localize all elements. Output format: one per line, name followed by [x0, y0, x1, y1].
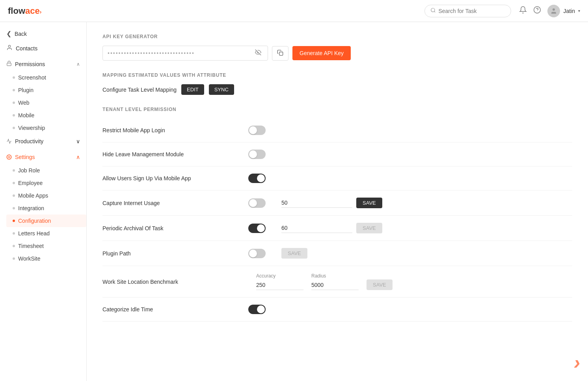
- sidebar-back-button[interactable]: ❮ Back: [0, 26, 86, 41]
- header: flowace› Jatin ▾: [0, 0, 588, 22]
- search-input[interactable]: [438, 8, 501, 14]
- sidebar-item-label: Letters Head: [18, 230, 50, 237]
- sidebar-item-jobrole[interactable]: Job Role: [6, 164, 86, 177]
- user-chevron-icon: ▾: [578, 9, 580, 13]
- categorize-idle-toggle[interactable]: [248, 305, 266, 314]
- sidebar-item-viewership[interactable]: Viewership: [6, 122, 86, 134]
- main-content: API KEY GENERATOR Generate API Key MAPPI…: [87, 22, 588, 381]
- dot-icon: [13, 245, 15, 247]
- sidebar-item-employee[interactable]: Employee: [6, 177, 86, 189]
- allow-signup-toggle[interactable]: [248, 174, 266, 183]
- svg-point-5: [8, 45, 10, 47]
- lock-icon: [6, 61, 12, 67]
- layout: ❮ Back Contacts Permissions ∧: [0, 22, 588, 381]
- settings-sub-items: Job Role Employee Mobile Apps Integratio…: [0, 164, 86, 265]
- svg-point-4: [553, 8, 555, 11]
- svg-point-0: [431, 8, 435, 11]
- sidebar-item-label: Timesheet: [18, 243, 44, 249]
- capture-internet-toggle[interactable]: [248, 198, 266, 208]
- dot-icon: [13, 220, 15, 222]
- permission-row-capture-internet: Capture Internet Usage SAVE: [102, 190, 572, 216]
- plugin-path-label: Plugin Path: [102, 250, 240, 257]
- sidebar-item-label: Plugin: [18, 87, 33, 93]
- dot-icon: [13, 89, 15, 91]
- sidebar-item-label: Integration: [18, 205, 44, 211]
- sidebar-item-mobile[interactable]: Mobile: [6, 109, 86, 122]
- dot-icon: [13, 207, 15, 209]
- accuracy-input[interactable]: [256, 280, 303, 290]
- sidebar-contacts-item[interactable]: Contacts: [0, 41, 86, 55]
- sidebar-item-plugin[interactable]: Plugin: [6, 84, 86, 96]
- logo-accent: ace: [25, 6, 40, 16]
- notification-icon[interactable]: [519, 6, 527, 16]
- api-key-input-wrapper: [102, 46, 268, 61]
- sidebar-productivity-section[interactable]: Productivity ∨: [0, 134, 86, 148]
- accuracy-input-group: Accuracy: [256, 273, 303, 290]
- mapping-title: MAPPING ESTIMATED VALUES WITH ATTRIBUTE: [102, 72, 572, 78]
- restrict-mobile-toggle[interactable]: [248, 126, 266, 135]
- back-icon: ❮: [6, 30, 11, 37]
- mapping-row: Configure Task Level Mapping EDIT SYNC: [102, 84, 572, 95]
- productivity-label: Productivity: [15, 138, 43, 144]
- sidebar-item-label: Screenshot: [18, 74, 46, 81]
- permissions-sub-items: Screenshot Plugin Web Mobile Viewership: [0, 71, 86, 134]
- sidebar-item-mobileapps[interactable]: Mobile Apps: [6, 189, 86, 202]
- sidebar-item-configuration[interactable]: Configuration: [6, 215, 86, 227]
- sidebar-item-web[interactable]: Web: [6, 96, 86, 109]
- mapping-section: MAPPING ESTIMATED VALUES WITH ATTRIBUTE …: [102, 72, 572, 95]
- api-key-section: API KEY GENERATOR Generate API Key: [102, 34, 572, 61]
- hide-leave-toggle[interactable]: [248, 150, 266, 159]
- settings-chevron-icon: ∧: [76, 154, 80, 160]
- contacts-icon: [6, 44, 13, 52]
- svg-rect-6: [7, 63, 11, 65]
- worksite-benchmark-save-button: SAVE: [367, 279, 393, 290]
- sidebar-item-label: Mobile: [18, 112, 34, 118]
- sync-button[interactable]: SYNC: [209, 84, 234, 95]
- accuracy-label: Accuracy: [256, 273, 303, 279]
- radius-input[interactable]: [311, 280, 359, 290]
- periodic-archival-field: SAVE: [281, 223, 382, 233]
- logo: flowace›: [8, 6, 41, 16]
- sidebar-item-timesheet[interactable]: Timesheet: [6, 240, 86, 252]
- permissions-chevron-icon: ∧: [76, 61, 80, 67]
- api-key-title: API KEY GENERATOR: [102, 34, 572, 39]
- dot-icon: [13, 127, 15, 129]
- dot-icon: [13, 194, 15, 197]
- dot-icon: [13, 114, 15, 117]
- periodic-archival-toggle[interactable]: [248, 224, 266, 233]
- radius-input-group: Radius: [311, 273, 359, 290]
- contacts-label: Contacts: [16, 45, 37, 52]
- search-bar[interactable]: [424, 5, 511, 17]
- edit-button[interactable]: EDIT: [181, 84, 204, 95]
- capture-internet-input[interactable]: [281, 198, 352, 208]
- api-key-input[interactable]: [108, 50, 253, 56]
- capture-internet-label: Capture Internet Usage: [102, 200, 240, 206]
- radius-label: Radius: [311, 273, 359, 279]
- allow-signup-label: Allow Users Sign Up Via Mobile App: [102, 175, 240, 181]
- sidebar-item-worksite[interactable]: WorkSite: [6, 252, 86, 265]
- sidebar-item-label: Employee: [18, 180, 43, 186]
- periodic-archival-label: Periodic Archival Of Task: [102, 225, 240, 231]
- toggle-visibility-button[interactable]: [253, 49, 263, 57]
- copy-button[interactable]: [272, 46, 288, 61]
- periodic-archival-input[interactable]: [281, 223, 352, 233]
- capture-internet-save-button[interactable]: SAVE: [356, 198, 382, 208]
- sidebar-item-lettershead[interactable]: Letters Head: [6, 227, 86, 240]
- generate-api-key-button[interactable]: Generate API Key: [292, 46, 351, 60]
- user-section[interactable]: Jatin ▾: [547, 5, 580, 17]
- permission-row-worksite-benchmark: Work Site Location Benchmark Accuracy Ra…: [102, 266, 572, 298]
- permission-row-periodic-archival: Periodic Archival Of Task SAVE: [102, 216, 572, 241]
- settings-label: Settings: [15, 154, 35, 160]
- capture-internet-field: SAVE: [281, 198, 382, 208]
- sidebar-item-integration[interactable]: Integration: [6, 202, 86, 215]
- plugin-path-toggle[interactable]: [248, 249, 266, 258]
- configure-task-label: Configure Task Level Mapping: [102, 87, 177, 93]
- tenant-title: TENANT LEVEL PERMISSION: [102, 107, 572, 112]
- sidebar-permissions-header[interactable]: Permissions ∧: [0, 57, 86, 71]
- permission-row-plugin-path: Plugin Path SAVE: [102, 241, 572, 266]
- dot-icon: [13, 182, 15, 184]
- tenant-section: TENANT LEVEL PERMISSION Restrict Mobile …: [102, 107, 572, 322]
- sidebar-settings-header[interactable]: Settings ∧: [0, 150, 86, 164]
- help-icon[interactable]: [533, 6, 541, 16]
- sidebar-item-screenshot[interactable]: Screenshot: [6, 71, 86, 84]
